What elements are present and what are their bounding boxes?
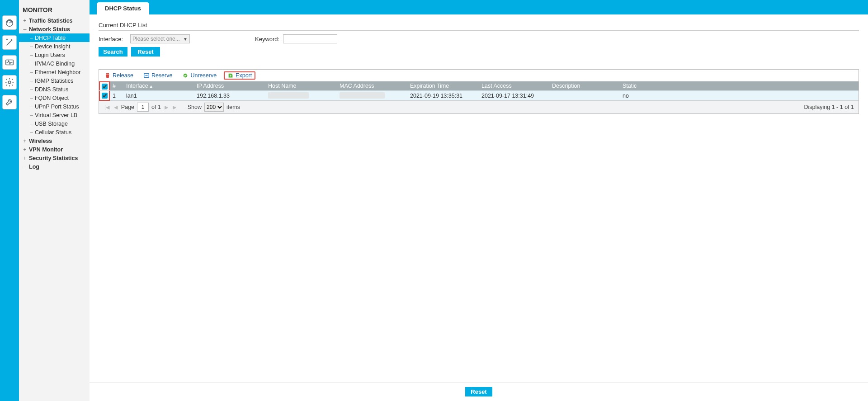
tree-expand-icon[interactable]: + (23, 138, 27, 144)
bottom-bar: Reset (90, 382, 868, 396)
tree-expand-icon[interactable]: + (23, 18, 27, 24)
sidebar: MONITOR +Traffic Statistics–Network Stat… (19, 0, 90, 401)
col-desc[interactable]: Description (549, 83, 620, 89)
reserve-action[interactable]: Reserve (141, 71, 175, 80)
sidebar-item-label: FQDN Object (35, 95, 69, 101)
sidebar-item-dhcp-table[interactable]: –DHCP Table (19, 33, 90, 42)
sidebar-item-label: Log (29, 164, 39, 170)
tree-leaf-icon: – (30, 121, 33, 127)
col-exp[interactable]: Expiration Time (407, 83, 479, 89)
cell-hostname (265, 92, 337, 100)
pager-last-icon[interactable]: ▶| (172, 104, 179, 110)
tab-dhcp-status[interactable]: DHCP Status (97, 2, 149, 14)
tree-leaf-icon: – (30, 61, 33, 67)
tree-leaf-icon: – (30, 69, 33, 75)
col-interface[interactable]: Interface▲ (123, 83, 194, 89)
dashboard-icon[interactable] (2, 15, 17, 30)
pager-show-label: Show (188, 104, 202, 110)
tree-leaf-icon: – (30, 95, 33, 101)
activity-icon[interactable] (2, 55, 17, 70)
cell-interface: lan1 (123, 93, 194, 99)
sidebar-item-label: UPnP Port Status (35, 104, 79, 110)
sidebar-item-igmp-statistics[interactable]: –IGMP Statistics (19, 76, 90, 85)
sidebar-item-device-insight[interactable]: –Device Insight (19, 42, 90, 51)
sidebar-item-virtual-server-lb[interactable]: –Virtual Server LB (19, 111, 90, 119)
dhcp-grid: Release Reserve Unreserve (99, 69, 859, 114)
pager-page-input[interactable] (137, 103, 149, 112)
header-checkbox-cell[interactable] (99, 81, 110, 90)
sidebar-item-traffic-statistics[interactable]: +Traffic Statistics (19, 16, 90, 25)
sidebar-item-wireless[interactable]: +Wireless (19, 137, 90, 145)
sidebar-item-log[interactable]: –Log (19, 162, 90, 171)
sidebar-item-label: VPN Monitor (29, 146, 63, 153)
unreserve-action[interactable]: Unreserve (179, 71, 219, 80)
cell-exp: 2021-09-19 13:35:31 (407, 93, 479, 99)
grid-header: # Interface▲ IP Address Host Name MAC Ad… (99, 81, 859, 90)
sidebar-item-label: Cellular Status (35, 129, 71, 136)
tree-expand-icon[interactable]: + (23, 146, 27, 153)
filter-buttons: Search Reset (99, 47, 859, 57)
cell-num: 1 (110, 93, 123, 99)
sidebar-item-label: Login Users (35, 52, 65, 58)
sidebar-item-label: DHCP Table (35, 35, 66, 41)
pager-pagesize-select[interactable]: 50100200500 (204, 103, 224, 112)
col-last[interactable]: Last Access (479, 83, 549, 89)
release-action[interactable]: Release (102, 71, 136, 80)
col-mac[interactable]: MAC Address (337, 83, 407, 89)
sidebar-item-label: Ethernet Neighbor (35, 69, 80, 75)
tree-leaf-icon: – (30, 86, 33, 93)
header-checkbox[interactable] (102, 84, 108, 90)
sidebar-item-cellular-status[interactable]: –Cellular Status (19, 128, 90, 137)
gear-icon[interactable] (2, 75, 17, 90)
pager-prev-icon[interactable]: ◀ (113, 104, 118, 110)
section-title: Current DHCP List (99, 22, 859, 31)
tree-expand-icon[interactable]: – (23, 26, 27, 33)
export-action[interactable]: Export (224, 71, 255, 80)
main-tabs: DHCP Status (90, 0, 868, 14)
tree-expand-icon[interactable]: + (23, 155, 27, 161)
sidebar-item-label: USB Storage (35, 121, 68, 127)
pager-of-label: of 1 (151, 104, 161, 110)
tree-leaf-icon: – (30, 78, 33, 84)
sidebar-item-label: IP/MAC Binding (35, 61, 75, 67)
unreserve-icon (182, 72, 189, 79)
sidebar-item-upnp-port-status[interactable]: –UPnP Port Status (19, 102, 90, 111)
tree-expand-icon[interactable]: – (23, 164, 27, 170)
keyword-input[interactable] (283, 34, 337, 43)
reserve-icon (143, 72, 150, 79)
interface-select-text: Please select one... (132, 36, 180, 42)
pager-items-label: items (226, 104, 240, 110)
sidebar-item-label: IGMP Statistics (35, 78, 73, 84)
reset-button[interactable]: Reset (131, 47, 160, 57)
icon-strip (0, 0, 19, 401)
pager-first-icon[interactable]: |◀ (104, 104, 110, 110)
col-ip[interactable]: IP Address (194, 83, 265, 89)
col-num[interactable]: # (110, 83, 123, 89)
interface-select[interactable]: Please select one... ▼ (130, 34, 190, 43)
tree-leaf-icon: – (30, 35, 33, 41)
col-static[interactable]: Static (620, 83, 859, 89)
sidebar-item-ddns-status[interactable]: –DDNS Status (19, 85, 90, 94)
sidebar-item-fqdn-object[interactable]: –FQDN Object (19, 94, 90, 102)
bottom-reset-button[interactable]: Reset (465, 387, 492, 396)
pager-next-icon[interactable]: ▶ (164, 104, 169, 110)
sidebar-item-vpn-monitor[interactable]: +VPN Monitor (19, 145, 90, 154)
sidebar-item-security-statistics[interactable]: +Security Statistics (19, 154, 90, 162)
table-row[interactable]: 1lan1192.168.1.332021-09-19 13:35:312021… (99, 90, 859, 100)
wand-icon[interactable] (2, 35, 17, 50)
col-hostname[interactable]: Host Name (265, 83, 337, 89)
cell-ip: 192.168.1.33 (194, 93, 265, 99)
row-checkbox[interactable] (102, 93, 108, 99)
grid-toolbar: Release Reserve Unreserve (99, 70, 859, 81)
sidebar-item-login-users[interactable]: –Login Users (19, 51, 90, 59)
sidebar-item-network-status[interactable]: –Network Status (19, 25, 90, 33)
sidebar-item-label: Virtual Server LB (35, 112, 77, 118)
sidebar-item-ethernet-neighbor[interactable]: –Ethernet Neighbor (19, 68, 90, 76)
search-button[interactable]: Search (99, 47, 127, 57)
sidebar-item-ip-mac-binding[interactable]: –IP/MAC Binding (19, 59, 90, 68)
row-checkbox-cell[interactable] (99, 91, 110, 101)
tree-leaf-icon: – (30, 52, 33, 58)
sidebar-item-usb-storage[interactable]: –USB Storage (19, 119, 90, 128)
tools-icon[interactable] (2, 95, 17, 109)
redacted-value (268, 92, 309, 99)
